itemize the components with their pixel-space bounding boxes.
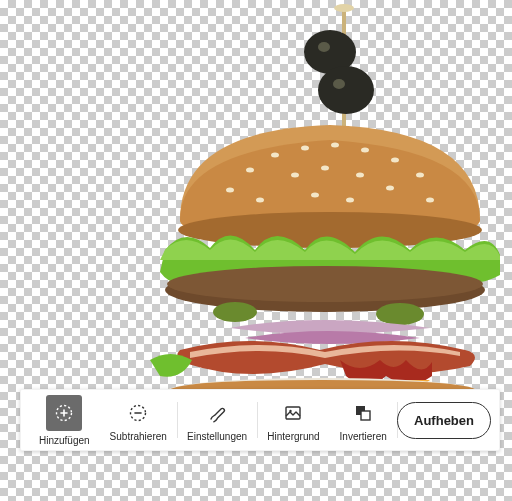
svg-point-15 (256, 198, 264, 203)
add-selection-button[interactable]: Hinzufügen (29, 390, 100, 450)
svg-point-5 (333, 79, 345, 89)
svg-point-21 (311, 193, 319, 198)
invert-button[interactable]: Invertieren (330, 390, 397, 450)
selection-toolbar: Hinzufügen Subtrahieren Einstellungen (20, 389, 500, 451)
svg-point-26 (376, 303, 424, 325)
tool-label: Einstellungen (187, 431, 247, 442)
svg-point-19 (386, 186, 394, 191)
tool-label: Hintergrund (267, 431, 319, 442)
subtract-selection-button[interactable]: Subtrahieren (100, 390, 177, 450)
add-selection-icon (46, 395, 82, 431)
svg-point-22 (346, 198, 354, 203)
svg-point-7 (246, 168, 254, 173)
svg-point-8 (271, 153, 279, 158)
svg-point-18 (356, 173, 364, 178)
svg-point-3 (318, 42, 330, 52)
svg-point-4 (318, 66, 374, 114)
cancel-button[interactable]: Aufheben (397, 402, 491, 439)
brush-icon (203, 399, 231, 427)
image-icon (279, 399, 307, 427)
subtract-selection-icon (124, 399, 152, 427)
svg-point-12 (391, 158, 399, 163)
svg-point-11 (361, 148, 369, 153)
svg-point-31 (290, 409, 292, 411)
tool-label: Invertieren (340, 431, 387, 442)
subject-image (110, 0, 510, 410)
svg-point-1 (334, 4, 354, 12)
svg-point-14 (226, 188, 234, 193)
svg-point-17 (321, 166, 329, 171)
svg-point-9 (301, 146, 309, 151)
svg-point-25 (213, 302, 257, 322)
svg-point-20 (426, 198, 434, 203)
svg-point-13 (416, 173, 424, 178)
svg-point-10 (331, 143, 339, 148)
svg-rect-33 (361, 411, 370, 420)
invert-icon (349, 399, 377, 427)
tool-label: Subtrahieren (110, 431, 167, 442)
tool-label: Hinzufügen (39, 435, 90, 446)
settings-button[interactable]: Einstellungen (177, 390, 257, 450)
svg-point-16 (291, 173, 299, 178)
svg-point-24 (167, 266, 483, 302)
editor-canvas[interactable]: Hinzufügen Subtrahieren Einstellungen (0, 0, 512, 501)
background-button[interactable]: Hintergrund (257, 390, 329, 450)
